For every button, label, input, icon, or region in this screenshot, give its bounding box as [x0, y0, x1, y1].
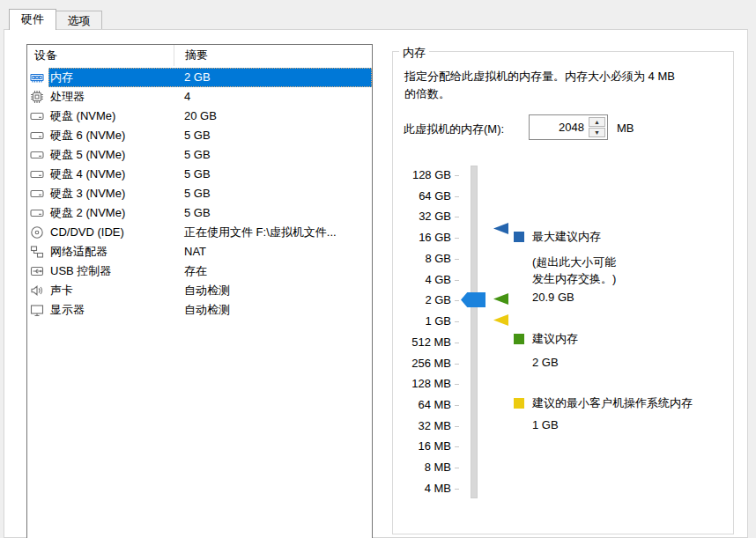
- device-row-main: 处理器 4: [48, 87, 372, 107]
- tab-hardware[interactable]: 硬件: [9, 9, 56, 30]
- slider-tick-label: 4 MB: [388, 482, 451, 496]
- device-row-main: 硬盘 3 (NVMe) 5 GB: [48, 184, 372, 203]
- device-summary: 5 GB: [174, 145, 372, 165]
- device-row[interactable]: 硬盘 6 (NVMe) 5 GB: [27, 126, 372, 145]
- device-name: 硬盘 4 (NVMe): [48, 165, 174, 184]
- device-summary: 20 GB: [174, 107, 372, 126]
- slider-tick-label: 8 MB: [388, 461, 451, 475]
- slider-tick: 32 MB: [388, 419, 459, 433]
- device-row-main: 硬盘 5 (NVMe) 5 GB: [48, 145, 372, 165]
- device-name: 处理器: [48, 87, 174, 107]
- slider-tick: 128 MB: [388, 377, 459, 391]
- tick-mark-icon: [455, 489, 459, 490]
- memory-amount-field: ▲ ▼: [529, 114, 608, 140]
- tick-mark-icon: [455, 343, 459, 343]
- slider-tick-label: 512 MB: [388, 335, 451, 350]
- disk-icon: [27, 203, 48, 223]
- device-row[interactable]: 网络适配器 NAT: [27, 242, 372, 262]
- vm-settings-dialog: { "tabs": [ { "label": "硬件", "active": t…: [0, 0, 756, 538]
- slider-tick: 64 GB: [388, 189, 459, 203]
- device-name: 硬盘 3 (NVMe): [48, 184, 174, 203]
- disk-icon: [27, 184, 48, 203]
- spin-down-button[interactable]: ▼: [589, 128, 605, 137]
- tick-mark-icon: [455, 259, 459, 260]
- device-summary: NAT: [174, 242, 372, 262]
- device-name: 硬盘 (NVMe): [48, 107, 174, 126]
- slider-tick-label: 128 GB: [388, 168, 451, 182]
- tick-mark-icon: [455, 446, 459, 447]
- device-row[interactable]: 硬盘 5 (NVMe) 5 GB: [27, 145, 372, 165]
- device-row-main: 声卡 自动检测: [48, 281, 372, 300]
- device-row[interactable]: 声卡 自动检测: [27, 281, 372, 300]
- device-row-main: 硬盘 2 (NVMe) 5 GB: [48, 203, 372, 223]
- slider-tick: 16 GB: [388, 231, 459, 245]
- tick-mark-icon: [455, 175, 459, 176]
- disk-icon: [27, 165, 48, 184]
- slider-tick-label: 8 GB: [388, 252, 451, 266]
- memory-amount-label: 此虚拟机的内存(M):: [404, 122, 504, 137]
- slider-tick: 8 GB: [388, 252, 459, 266]
- slider-tick-label: 16 MB: [388, 439, 451, 453]
- device-summary: 自动检测: [174, 281, 372, 300]
- device-row-main: 网络适配器 NAT: [48, 242, 372, 262]
- device-name: USB 控制器: [48, 262, 174, 281]
- tick-mark-icon: [455, 196, 459, 197]
- max-memory-legend-icon: [514, 232, 524, 242]
- spin-up-button[interactable]: ▲: [589, 117, 605, 127]
- slider-tick-label: 1 GB: [388, 314, 451, 328]
- cpu-icon: [27, 87, 48, 107]
- tick-mark-icon: [455, 364, 459, 365]
- slider-tick: 64 MB: [388, 398, 459, 412]
- device-row[interactable]: 显示器 自动检测: [27, 300, 372, 320]
- max-memory-note-line2: 发生内存交换。): [532, 270, 616, 287]
- slider-tick-label: 16 GB: [388, 231, 451, 245]
- device-rows: 内存 2 GB 处理器 4 硬盘 (NVMe) 20 GB: [27, 68, 372, 320]
- slider-tick-label: 4 GB: [388, 273, 451, 287]
- device-row-main: 内存 2 GB: [48, 68, 372, 87]
- tick-mark-icon: [455, 280, 459, 281]
- device-row[interactable]: 处理器 4: [27, 87, 372, 107]
- memory-spinner: ▲ ▼: [589, 117, 605, 137]
- spin-up-icon: ▲: [594, 119, 600, 125]
- tab-options[interactable]: 选项: [56, 11, 102, 29]
- device-row-main: 硬盘 4 (NVMe) 5 GB: [48, 165, 372, 184]
- device-column-header[interactable]: 设备: [27, 45, 174, 66]
- device-row[interactable]: 硬盘 2 (NVMe) 5 GB: [27, 203, 372, 223]
- device-row-main: CD/DVD (IDE) 正在使用文件 F:\虚拟机文件...: [48, 223, 372, 242]
- minimum-memory-legend-icon: [514, 398, 524, 409]
- device-row[interactable]: CD/DVD (IDE) 正在使用文件 F:\虚拟机文件...: [27, 223, 372, 242]
- device-summary: 自动检测: [174, 300, 372, 320]
- slider-tick: 8 MB: [388, 461, 459, 475]
- device-name: 硬盘 5 (NVMe): [48, 145, 174, 165]
- device-row-main: 硬盘 6 (NVMe) 5 GB: [48, 126, 372, 145]
- summary-column-header[interactable]: 摘要: [174, 45, 372, 66]
- device-list: 设备 摘要 内存 2 GB 处理器 4: [26, 44, 373, 538]
- device-summary: 4: [174, 87, 372, 107]
- device-list-header: 设备 摘要: [27, 45, 372, 66]
- device-row[interactable]: 硬盘 (NVMe) 20 GB: [27, 107, 372, 126]
- device-row[interactable]: USB 控制器 存在: [27, 262, 372, 281]
- max-memory-label: 最大建议内存: [532, 230, 601, 244]
- slider-tick-label: 64 GB: [388, 189, 451, 203]
- spin-down-icon: ▼: [594, 129, 600, 136]
- recommended-memory-value: 2 GB: [532, 356, 559, 370]
- device-row[interactable]: 硬盘 4 (NVMe) 5 GB: [27, 165, 372, 184]
- slider-tick: 32 GB: [388, 210, 459, 224]
- slider-tick: 128 GB: [388, 168, 459, 182]
- device-name: 硬盘 2 (NVMe): [48, 203, 174, 223]
- device-row[interactable]: 硬盘 3 (NVMe) 5 GB: [27, 184, 372, 203]
- memory-description-line1: 指定分配给此虚拟机的内存量。内存大小必须为 4 MB: [404, 68, 730, 85]
- disk-icon: [27, 145, 48, 165]
- device-row[interactable]: 内存 2 GB: [27, 68, 372, 87]
- memory-unit-label: MB: [617, 122, 634, 135]
- device-name: 硬盘 6 (NVMe): [48, 126, 174, 145]
- device-summary: 5 GB: [174, 203, 372, 223]
- audio-icon: [27, 281, 48, 300]
- disk-icon: [27, 107, 48, 126]
- recommended-memory-legend-icon: [514, 334, 524, 344]
- network-icon: [27, 242, 48, 262]
- cd-icon: [27, 223, 48, 242]
- device-name: 网络适配器: [48, 242, 174, 262]
- memory-slider-track[interactable]: [471, 166, 478, 498]
- tick-mark-icon: [455, 405, 459, 406]
